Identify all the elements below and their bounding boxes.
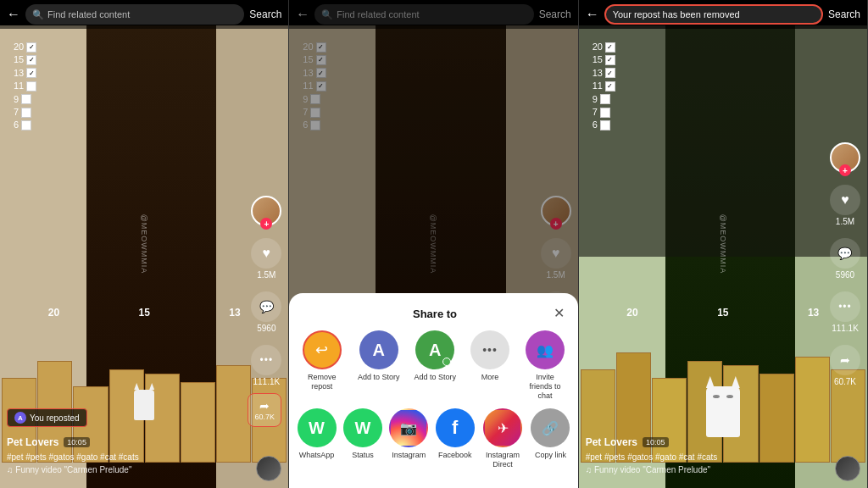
add-story2-icon-2: A xyxy=(415,330,454,369)
copy-link-label-2: Copy link xyxy=(535,451,566,460)
follow-plus-1[interactable]: + xyxy=(260,218,272,230)
repost-share-button-1[interactable]: ➦ 60.7K xyxy=(248,393,281,427)
search-placeholder-1: Find related content xyxy=(47,9,130,19)
status-label-2: Status xyxy=(352,451,374,460)
like-count-3: 1.5M xyxy=(836,217,854,226)
time-badge-1: 10:05 xyxy=(64,437,90,447)
remove-repost-label-2: Remove repost xyxy=(301,373,343,391)
more-icon-2: ••• xyxy=(470,330,509,369)
time-badge-3: 10:05 xyxy=(643,437,669,447)
share-instagram-2[interactable]: 📷 Instagram xyxy=(390,408,427,469)
cat-image-1 xyxy=(134,390,154,420)
remove-repost-icon-2: ↩ xyxy=(303,330,342,369)
more-count-1: 111.1K xyxy=(253,377,280,386)
panel-3: ← Your repost has been removed Search 20… xyxy=(579,0,868,488)
music-1: ♫ Funny video "Carmen Prelude" xyxy=(7,465,241,474)
share-count-1: 60.7K xyxy=(255,413,275,421)
invite-icon-2: 👥 xyxy=(526,330,565,369)
cat-foreground-3 xyxy=(706,386,740,437)
right-actions-1: + ♥ 1.5M 💬 5960 ••• 111.1K xyxy=(251,196,281,386)
measurements-3: 20 15 13 xyxy=(579,307,867,319)
you-reposted-badge-1: A You reposted xyxy=(7,408,87,427)
repost-label-1: You reposted xyxy=(30,413,80,423)
instagram-icon-2: 📷 xyxy=(389,408,428,447)
like-count-1: 1.5M xyxy=(257,270,275,280)
more-count-3: 111.1K xyxy=(832,324,859,333)
like-button-1[interactable]: ♥ 1.5M xyxy=(251,238,281,280)
video-background-3 xyxy=(579,25,867,488)
whatsapp-icon-2: W xyxy=(298,408,337,447)
right-actions-3: + ♥ 1.5M 💬 5960 ••• 111.1K ➦ 60.7K xyxy=(830,142,860,386)
music-disc-3 xyxy=(835,456,860,481)
share-modal-header-2: Share to ✕ xyxy=(289,303,577,330)
panel-2: ← 🔍 Find related content Search 20✓ 15✓ … xyxy=(289,0,578,488)
more-button-3[interactable]: ••• 111.1K xyxy=(830,291,860,333)
like-button-3[interactable]: ♥ 1.5M xyxy=(830,185,860,226)
add-story1-icon-2: A xyxy=(359,330,398,369)
share-facebook-2[interactable]: f Facebook xyxy=(437,408,474,469)
desc-1: #pet #pets #gatos #gato #cat #cats xyxy=(7,452,241,463)
comment-count-3: 5960 xyxy=(836,270,854,280)
instagram-label-2: Instagram xyxy=(392,451,426,460)
username-3: Pet Lovers xyxy=(586,436,637,448)
measurements-1: 20 15 13 xyxy=(0,307,288,319)
music-3: ♫ Funny video "Carmen Prelude" xyxy=(586,465,820,474)
share-remove-repost-2[interactable]: ↩ Remove repost xyxy=(301,330,343,400)
back-arrow-3[interactable]: ← xyxy=(586,7,599,22)
avatar-1[interactable]: + xyxy=(251,196,281,226)
invite-label-2: Invite friends to chat xyxy=(524,373,566,400)
more-label-2: More xyxy=(481,373,499,382)
share-modal-overlay-2[interactable]: Share to ✕ ↩ Remove repost A Add to S xyxy=(289,0,577,488)
search-bar-3: ← Your repost has been removed Search xyxy=(579,0,867,29)
share-status-2[interactable]: W Status xyxy=(344,408,381,469)
instagram-direct-label-2: Instagram Direct xyxy=(482,451,523,469)
notification-text-3: Your repost has been removed xyxy=(613,9,740,19)
comment-count-1: 5960 xyxy=(257,324,275,333)
share-icon-1: ➦ xyxy=(259,399,270,413)
score-list-3: 20✓ 15✓ 13✓ 11✓ 9 7 6 xyxy=(593,41,615,132)
share-icons-row2-2: W WhatsApp W Status 📷 Instagram xyxy=(289,408,577,478)
username-1: Pet Lovers xyxy=(7,436,58,448)
search-input-area-1[interactable]: 🔍 Find related content xyxy=(25,4,244,25)
bottom-info-1: Pet Lovers 10:05 #pet #pets #gatos #gato… xyxy=(7,436,241,474)
search-button-3[interactable]: Search xyxy=(828,8,860,20)
back-arrow-1[interactable]: ← xyxy=(7,7,20,22)
search-bar-1: ← 🔍 Find related content Search xyxy=(0,0,288,29)
score-list-1: 20✓ 15✓ 13✓ 11 9 7 6 xyxy=(14,41,36,132)
whatsapp-label-2: WhatsApp xyxy=(299,451,335,460)
share-instagram-direct-2[interactable]: ✈ Instagram Direct xyxy=(482,408,523,469)
comment-button-3[interactable]: 💬 5960 xyxy=(830,238,860,280)
share-count-3: 60.7K xyxy=(834,377,856,386)
repost-icon-badge-1: A xyxy=(14,412,26,424)
share-add-story1-2[interactable]: A Add to Story xyxy=(358,330,400,400)
panel-1: ← 🔍 Find related content Search 20✓ 15✓ … xyxy=(0,0,289,488)
share-modal-2: Share to ✕ ↩ Remove repost A Add to S xyxy=(289,293,577,488)
follow-plus-3[interactable]: + xyxy=(839,164,851,176)
share-button-3[interactable]: ➦ 60.7K xyxy=(830,345,860,386)
more-button-1[interactable]: ••• 111.1K xyxy=(251,345,281,386)
share-modal-close-button-2[interactable]: ✕ xyxy=(554,307,565,320)
share-modal-title-2: Share to xyxy=(316,308,553,320)
share-whatsapp-2[interactable]: W WhatsApp xyxy=(298,408,335,469)
copy-link-icon-2: 🔗 xyxy=(531,408,570,447)
share-icons-row1-2: ↩ Remove repost A Add to Story A xyxy=(289,330,577,408)
add-story2-label-2: Add to Story xyxy=(414,373,456,382)
add-story1-label-2: Add to Story xyxy=(358,373,400,382)
facebook-label-2: Facebook xyxy=(438,451,472,460)
desc-3: #pet #pets #gatos #gato #cat #cats xyxy=(586,452,820,463)
avatar-3[interactable]: + xyxy=(830,142,860,173)
facebook-icon-2: f xyxy=(436,408,475,447)
share-copy-link-2[interactable]: 🔗 Copy link xyxy=(531,408,569,469)
comment-button-1[interactable]: 💬 5960 xyxy=(251,291,281,333)
search-icon-1: 🔍 xyxy=(32,9,44,20)
share-add-story2-2[interactable]: A Add to Story xyxy=(414,330,456,400)
search-input-area-3[interactable]: Your repost has been removed xyxy=(604,4,823,25)
instagram-direct-icon-2: ✈ xyxy=(483,408,522,447)
share-more-2[interactable]: ••• More xyxy=(470,330,509,400)
search-button-1[interactable]: Search xyxy=(249,8,281,20)
bottom-info-3: Pet Lovers 10:05 #pet #pets #gatos #gato… xyxy=(586,436,820,474)
share-invite-2[interactable]: 👥 Invite friends to chat xyxy=(524,330,566,400)
status-icon-2: W xyxy=(343,408,382,447)
